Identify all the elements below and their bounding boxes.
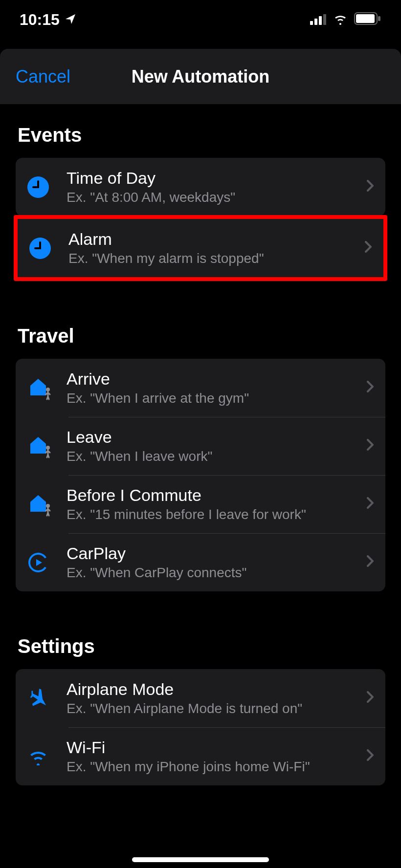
settings-group: Airplane Mode Ex. "When Airplane Mode is… xyxy=(16,669,385,785)
status-time: 10:15 xyxy=(20,11,60,29)
item-alarm[interactable]: Alarm Ex. "When my alarm is stopped" xyxy=(18,219,383,277)
status-bar: 10:15 xyxy=(0,0,401,39)
status-left: 10:15 xyxy=(20,11,76,29)
svg-rect-1 xyxy=(314,19,317,25)
svg-rect-5 xyxy=(356,14,375,23)
item-subtitle: Ex. "When Airplane Mode is turned on" xyxy=(67,701,367,716)
content-scroll[interactable]: Events Time of Day Ex. "At 8:00 AM, week… xyxy=(0,105,401,868)
item-title: Before I Commute xyxy=(67,486,367,505)
item-subtitle: Ex. "When my alarm is stopped" xyxy=(68,251,365,266)
item-subtitle: Ex. "When my iPhone joins home Wi-Fi" xyxy=(67,759,367,775)
item-title: CarPlay xyxy=(67,544,367,563)
location-icon xyxy=(65,11,76,29)
item-subtitle: Ex. "When I arrive at the gym" xyxy=(67,391,367,406)
item-title: Wi-Fi xyxy=(67,738,367,757)
cancel-button[interactable]: Cancel xyxy=(16,66,70,87)
chevron-right-icon xyxy=(367,438,374,454)
item-carplay[interactable]: CarPlay Ex. "When CarPlay connects" xyxy=(16,533,385,591)
section-header-settings: Settings xyxy=(0,616,401,669)
airplane-icon xyxy=(27,687,62,710)
events-group: Time of Day Ex. "At 8:00 AM, weekdays" xyxy=(16,158,385,216)
wifi-icon xyxy=(333,11,348,29)
status-right xyxy=(310,11,381,29)
house-person-icon xyxy=(27,376,62,400)
item-before-commute[interactable]: Before I Commute Ex. "15 minutes before … xyxy=(16,475,385,533)
chevron-right-icon xyxy=(367,749,374,764)
highlighted-item-wrap: Alarm Ex. "When my alarm is stopped" xyxy=(14,215,387,281)
chevron-right-icon xyxy=(365,240,372,256)
item-leave[interactable]: Leave Ex. "When I leave work" xyxy=(16,417,385,475)
item-title: Arrive xyxy=(67,369,367,389)
item-arrive[interactable]: Arrive Ex. "When I arrive at the gym" xyxy=(16,359,385,417)
modal-sheet: Cancel New Automation Events Time of Day… xyxy=(0,49,401,868)
item-title: Leave xyxy=(67,428,367,447)
item-title: Airplane Mode xyxy=(67,680,367,699)
house-person-icon xyxy=(27,434,62,458)
battery-icon xyxy=(354,11,381,29)
carplay-icon xyxy=(27,552,62,573)
travel-group: Arrive Ex. "When I arrive at the gym" Le… xyxy=(16,359,385,591)
item-time-of-day[interactable]: Time of Day Ex. "At 8:00 AM, weekdays" xyxy=(16,158,385,216)
sheet-header: Cancel New Automation xyxy=(0,49,401,105)
chevron-right-icon xyxy=(367,555,374,570)
item-subtitle: Ex. "15 minutes before I leave for work" xyxy=(67,507,367,522)
item-subtitle: Ex. "When I leave work" xyxy=(67,449,367,464)
svg-rect-3 xyxy=(323,14,326,25)
chevron-right-icon xyxy=(367,497,374,512)
home-indicator[interactable] xyxy=(132,857,269,862)
item-subtitle: Ex. "When CarPlay connects" xyxy=(67,565,367,581)
cellular-icon xyxy=(310,11,327,29)
clock-icon xyxy=(29,238,64,259)
chevron-right-icon xyxy=(367,380,374,396)
clock-icon xyxy=(27,176,62,198)
wifi-icon xyxy=(27,748,62,765)
item-airplane-mode[interactable]: Airplane Mode Ex. "When Airplane Mode is… xyxy=(16,669,385,727)
house-person-icon xyxy=(27,492,62,517)
svg-rect-0 xyxy=(310,21,313,25)
item-wifi[interactable]: Wi-Fi Ex. "When my iPhone joins home Wi-… xyxy=(16,727,385,785)
section-header-events: Events xyxy=(0,105,401,158)
chevron-right-icon xyxy=(367,179,374,195)
svg-rect-6 xyxy=(378,16,380,21)
item-title: Alarm xyxy=(68,230,365,249)
svg-rect-2 xyxy=(319,16,322,25)
chevron-right-icon xyxy=(367,691,374,706)
item-title: Time of Day xyxy=(67,169,367,188)
section-header-travel: Travel xyxy=(0,305,401,359)
item-subtitle: Ex. "At 8:00 AM, weekdays" xyxy=(67,190,367,205)
